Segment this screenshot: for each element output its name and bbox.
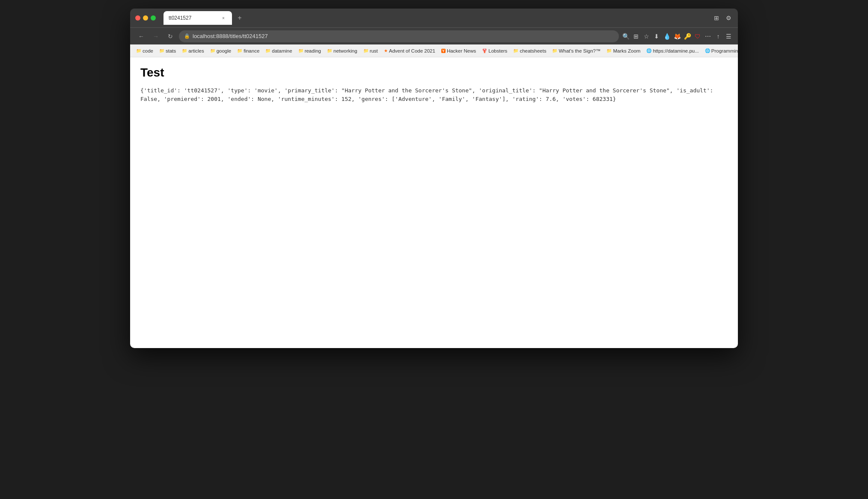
folder-icon: 📁 [298,48,303,53]
bookmark-code[interactable]: 📁 code [134,47,156,55]
bookmarks-bar: 📁 code 📁 stats 📁 articles 📁 google 📁 fin… [130,44,738,57]
folder-icon: 📁 [552,48,557,53]
folder-icon: 📁 [210,48,215,53]
share-icon[interactable]: ↑ [714,32,722,41]
forward-button[interactable]: → [150,30,162,42]
tab-bar: tt0241527 × + [163,9,709,27]
bookmark-label: Programming Rust:... [711,48,738,53]
bookmark-networking[interactable]: 📁 networking [324,47,360,55]
bookmark-label: google [217,48,232,53]
download-icon[interactable]: ⬇ [652,32,661,41]
account-icon[interactable]: ⚙ [724,14,733,22]
active-tab[interactable]: tt0241527 × [163,11,232,25]
new-tab-button[interactable]: + [234,12,246,24]
tab-title: tt0241527 [169,15,217,21]
bookmark-reading[interactable]: 📁 reading [296,47,324,55]
folder-icon: 📁 [136,48,141,53]
firefox-icon[interactable]: 🦊 [673,32,681,41]
bookmark-programming-rust[interactable]: 🌐 Programming Rust:... [702,47,738,55]
bookmark-label: https://datamine.pu... [653,48,699,53]
bookmark-rust[interactable]: 📁 rust [361,47,380,55]
toolbar-right: ⊞ ⚙ [712,14,733,22]
nav-actions: 🔍 ⊞ ☆ ⬇ 💧 🦊 🔑 🛡 ⋯ ↑ ☰ [621,32,733,41]
folder-icon: 📁 [606,48,612,53]
browser-window: tt0241527 × + ⊞ ⚙ ← → ↻ 🔒 localhost:8888… [130,9,738,348]
bookmark-star-icon[interactable]: ☆ [642,32,651,41]
bookmark-label: What's the Sign?™ [559,48,600,53]
bookmark-label: networking [333,48,357,53]
bookmark-label: Hacker News [447,48,476,53]
lock-icon: 🔒 [184,33,190,39]
bookmark-lobsters[interactable]: 🦞 Lobsters [479,47,510,55]
page-data-text: {'title_id': 'tt0241527', 'type': 'movie… [140,86,728,103]
bookmark-advent-of-code[interactable]: ★ Advent of Code 2021 [381,47,438,55]
bookmark-label: Advent of Code 2021 [389,48,435,53]
tab-close-button[interactable]: × [220,15,227,21]
bookmark-stats[interactable]: 📁 stats [157,47,178,55]
folder-icon: 📁 [327,48,332,53]
traffic-lights [135,15,156,21]
globe-icon: 🌐 [646,48,651,53]
folder-icon: 📁 [182,48,187,53]
bookmark-articles[interactable]: 📁 articles [179,47,206,55]
folder-icon: 📁 [265,48,271,53]
page-content: Test {'title_id': 'tt0241527', 'type': '… [130,57,738,348]
nav-bar: ← → ↻ 🔒 localhost:8888/titles/tt0241527 … [130,27,738,44]
bookmark-marks-zoom[interactable]: 📁 Marks Zoom [604,47,643,55]
bookmark-label: finance [244,48,259,53]
back-button[interactable]: ← [135,30,147,42]
folder-icon: 📁 [159,48,164,53]
address-text: localhost:8888/titles/tt0241527 [193,33,268,39]
extensions-grid-icon[interactable]: ⊞ [632,32,640,41]
star-icon: ★ [384,48,388,53]
extensions-icon[interactable]: ⊞ [712,14,721,22]
bookmark-datamine[interactable]: 📁 datamine [263,47,294,55]
bookmark-label: Lobsters [488,48,507,53]
bookmark-cheatsheets[interactable]: 📁 cheatsheets [511,47,549,55]
bookmark-whats-the-sign[interactable]: 📁 What's the Sign?™ [550,47,603,55]
bookmark-label: rust [370,48,378,53]
bitwarden-icon[interactable]: 🔑 [683,32,692,41]
other-icon[interactable]: ⋯ [704,32,712,41]
bookmark-label: Marks Zoom [613,48,640,53]
bookmark-label: code [143,48,153,53]
close-button[interactable] [135,15,140,21]
reload-button[interactable]: ↻ [164,30,176,42]
bookmark-label: articles [188,48,204,53]
address-bar[interactable]: 🔒 localhost:8888/titles/tt0241527 [179,30,619,42]
bookmark-datamine-pu[interactable]: 🌐 https://datamine.pu... [644,47,701,55]
title-bar: tt0241527 × + ⊞ ⚙ [130,9,738,27]
ublock-icon[interactable]: 🛡 [693,32,702,41]
globe-icon: 🌐 [705,48,710,53]
bookmark-label: cheatsheets [520,48,546,53]
maximize-button[interactable] [151,15,156,21]
menu-icon[interactable]: ☰ [724,32,733,41]
search-icon[interactable]: 🔍 [621,32,630,41]
page-title: Test [140,66,728,80]
bookmark-label: stats [166,48,176,53]
minimize-button[interactable] [143,15,148,21]
lobsters-icon: 🦞 [482,48,487,53]
bookmark-hacker-news[interactable]: Y Hacker News [439,47,479,55]
folder-icon: 📁 [363,48,369,53]
bookmark-label: datamine [272,48,292,53]
eyedropper-icon[interactable]: 💧 [663,32,671,41]
folder-icon: 📁 [237,48,242,53]
bookmark-label: reading [305,48,321,53]
hn-icon: Y [441,49,446,53]
bookmark-finance[interactable]: 📁 finance [235,47,262,55]
folder-icon: 📁 [513,48,518,53]
bookmark-google[interactable]: 📁 google [208,47,234,55]
